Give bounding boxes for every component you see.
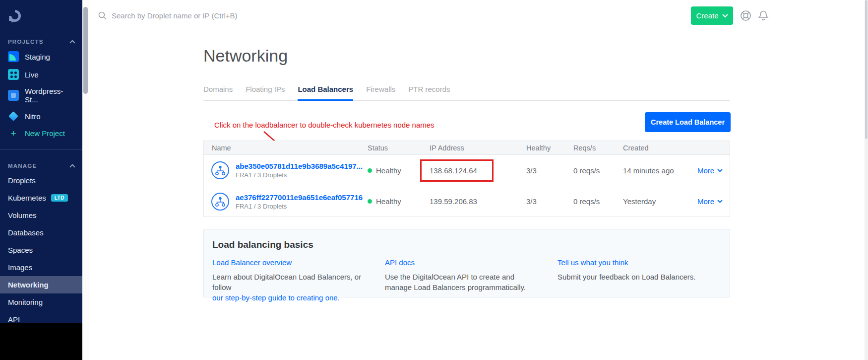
- sidebar-item-label: Volumes: [8, 211, 37, 219]
- topbar: Create: [89, 0, 865, 31]
- column-header-ip: IP Address: [430, 144, 526, 152]
- annotation-text: Click on the loadbalancer to double-chec…: [214, 121, 434, 129]
- wordpress-project-icon: [8, 90, 19, 101]
- create-button[interactable]: Create: [691, 6, 733, 25]
- created-time: 14 minutes ago: [623, 166, 697, 175]
- api-docs-link[interactable]: API docs: [385, 258, 415, 267]
- tab-firewalls[interactable]: Firewalls: [366, 85, 395, 100]
- basics-title: Load balancing basics: [212, 239, 730, 250]
- requests-per-second: 0 reqs/s: [573, 166, 623, 175]
- sidebar-item-label: Databases: [8, 228, 44, 237]
- sidebar-item-networking[interactable]: Networking: [0, 276, 82, 293]
- sidebar-divider: [0, 149, 82, 150]
- manage-section-header[interactable]: MANAGE: [8, 163, 74, 169]
- more-menu-button[interactable]: More: [697, 197, 730, 206]
- healthy-count: 3/3: [526, 197, 573, 206]
- ltd-badge: LTD: [51, 194, 68, 202]
- chevron-down-icon: [717, 169, 723, 172]
- sidebar-item-nitro[interactable]: Nitro: [0, 107, 82, 125]
- table-row: ae376ff22770011e9a651e6eaf057716 FRA1 / …: [204, 186, 730, 216]
- search-input[interactable]: [112, 11, 325, 20]
- search-bar: [98, 0, 325, 31]
- status-label: Healthy: [376, 197, 401, 206]
- main-content: Networking Domains Floating IPs Load Bal…: [89, 31, 865, 360]
- chevron-up-icon: [69, 40, 75, 45]
- table-row: abe350e05781d11e9b3689a5c4197... FRA1 / …: [204, 155, 730, 186]
- column-header-created: Created: [623, 144, 697, 152]
- sidebar-item-kubernetes[interactable]: Kubernetes LTD: [0, 189, 82, 207]
- sidebar-scrollbar-thumb[interactable]: [83, 7, 88, 94]
- load-balancer-subtext: FRA1 / 3 Droplets: [236, 203, 363, 210]
- feedback-link[interactable]: Tell us what you think: [558, 258, 628, 267]
- basics-column-api: API docs Use the DigitalOcean API to cre…: [385, 258, 558, 303]
- sidebar-item-droplets[interactable]: Droplets: [0, 172, 82, 189]
- ip-address: 139.59.206.83: [430, 197, 526, 206]
- support-icon[interactable]: [740, 10, 751, 23]
- load-balancer-name-link[interactable]: abe350e05781d11e9b3689a5c4197...: [236, 162, 363, 170]
- sidebar-item-monitoring[interactable]: Monitoring: [0, 293, 82, 311]
- sidebar-item-volumes[interactable]: Volumes: [0, 207, 82, 224]
- status-label: Healthy: [376, 166, 401, 175]
- healthy-count: 3/3: [526, 166, 573, 175]
- basics-column-feedback: Tell us what you think Submit your feedb…: [558, 258, 730, 303]
- new-project-button[interactable]: + New Project: [0, 125, 82, 142]
- window-scrollbar-thumb[interactable]: [865, 0, 868, 139]
- more-label: More: [697, 197, 714, 206]
- staging-project-icon: [8, 51, 19, 62]
- sidebar-item-label: Kubernetes: [8, 194, 46, 202]
- basics-text: Learn about DigitalOcean Load Balancers,…: [212, 273, 361, 291]
- requests-per-second: 0 reqs/s: [573, 197, 623, 206]
- new-project-label: New Project: [25, 129, 65, 138]
- sidebar-item-databases[interactable]: Databases: [0, 224, 82, 241]
- tab-floating-ips[interactable]: Floating IPs: [246, 85, 285, 100]
- ip-address: 138.68.124.64: [430, 166, 477, 175]
- load-balancer-subtext: FRA1 / 3 Droplets: [236, 171, 363, 179]
- plus-icon: +: [8, 129, 19, 138]
- sidebar-bottom-filler: [0, 323, 82, 360]
- sidebar-item-wordpress[interactable]: Wordpress-St...: [0, 83, 82, 107]
- more-menu-button[interactable]: More: [697, 166, 730, 175]
- table-header-row: Name Status IP Address Healthy Reqs/s Cr…: [204, 141, 730, 155]
- search-icon: [98, 11, 107, 20]
- load-balancer-icon: [211, 161, 230, 180]
- sidebar-item-staging[interactable]: Staging: [0, 48, 82, 66]
- sidebar-item-live[interactable]: Live: [0, 66, 82, 83]
- sidebar-item-label: Images: [8, 263, 32, 272]
- sidebar: PROJECTS Staging Live Wordpress-St... Ni…: [0, 0, 82, 323]
- nitro-project-icon: [8, 111, 19, 122]
- basics-text: Use the DigitalOcean API to create and m…: [385, 272, 543, 292]
- column-header-status: Status: [368, 144, 430, 152]
- tab-domains[interactable]: Domains: [203, 85, 233, 100]
- create-load-balancer-button[interactable]: Create Load Balancer: [645, 112, 731, 132]
- healthy-status-dot: [368, 168, 372, 173]
- sidebar-item-label: Monitoring: [8, 298, 43, 306]
- basics-column-overview: Load Balancer overview Learn about Digit…: [212, 258, 385, 303]
- sidebar-scrollbar-track[interactable]: [82, 0, 89, 360]
- chevron-down-icon: [717, 200, 723, 203]
- column-header-healthy: Healthy: [526, 144, 573, 152]
- sidebar-item-images[interactable]: Images: [0, 259, 82, 276]
- sidebar-item-label: Wordpress-St...: [25, 87, 74, 104]
- window-scrollbar-track[interactable]: [865, 0, 868, 360]
- tab-ptr-records[interactable]: PTR records: [408, 85, 450, 100]
- sidebar-item-label: Spaces: [8, 246, 33, 254]
- chevron-up-icon: [69, 164, 75, 169]
- chevron-down-icon: [722, 14, 728, 18]
- digitalocean-logo-icon[interactable]: [7, 8, 82, 26]
- load-balancer-name-link[interactable]: ae376ff22770011e9a651e6eaf057716: [236, 193, 363, 202]
- ip-address-highlight-box: 138.68.124.64: [420, 159, 494, 182]
- sidebar-item-label: Live: [25, 71, 39, 79]
- manage-header-label: MANAGE: [8, 163, 37, 169]
- sidebar-item-label: Droplets: [8, 176, 36, 185]
- tab-load-balancers[interactable]: Load Balancers: [298, 85, 353, 100]
- created-time: Yesterday: [623, 197, 697, 206]
- notifications-bell-icon[interactable]: [758, 10, 769, 24]
- more-label: More: [697, 166, 714, 175]
- projects-section-header[interactable]: PROJECTS: [8, 39, 74, 45]
- sidebar-item-label: Nitro: [25, 112, 41, 121]
- step-by-step-guide-link[interactable]: our step-by-step guide to creating one.: [212, 293, 340, 302]
- load-balancer-table: Name Status IP Address Healthy Reqs/s Cr…: [203, 141, 730, 217]
- load-balancer-overview-link[interactable]: Load Balancer overview: [212, 258, 292, 267]
- sidebar-item-label: Networking: [8, 281, 49, 289]
- sidebar-item-spaces[interactable]: Spaces: [0, 241, 82, 259]
